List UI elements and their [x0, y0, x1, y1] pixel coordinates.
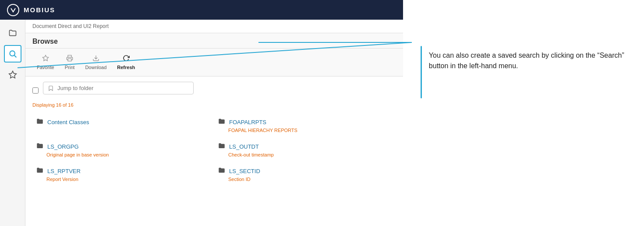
- svg-line-4: [14, 56, 16, 58]
- folder-desc: FOAPAL HIERACHY REPORTS: [228, 128, 393, 133]
- folder-name[interactable]: FOAPALRPTS: [229, 119, 266, 125]
- folder-icon: [218, 166, 226, 176]
- folder-grid: Content Classes FOAPALRPTS FOAPAL HIERAC…: [32, 113, 396, 186]
- folder-icon: [36, 117, 44, 127]
- print-label: Print: [65, 65, 75, 70]
- page-title: Browse: [32, 38, 396, 45]
- star-icon: [8, 70, 17, 79]
- select-all-checkbox[interactable]: [32, 87, 39, 94]
- star-toolbar-icon: [42, 55, 49, 63]
- logo-icon: [7, 4, 19, 16]
- folder-name[interactable]: LS_OUTDT: [229, 143, 259, 150]
- folder-icon: [36, 166, 44, 176]
- refresh-button[interactable]: Refresh: [113, 52, 139, 73]
- download-icon: [92, 55, 99, 63]
- folder-icon: [218, 117, 226, 127]
- refresh-icon: [123, 55, 130, 63]
- jump-to-folder-row: [32, 82, 396, 99]
- folder-icon: [218, 142, 226, 151]
- svg-marker-6: [42, 55, 48, 61]
- breadcrumb: Document Direct and UI2 Report: [25, 20, 403, 33]
- annotation-panel: You can also create a saved search by cl…: [403, 20, 644, 226]
- bookmark-icon: [48, 85, 54, 91]
- list-item: LS_RPTVER Report Version: [32, 162, 214, 186]
- folder-icon: [36, 142, 44, 151]
- app-title: MOBIUS: [24, 6, 55, 14]
- folder-name[interactable]: LS_RPTVER: [47, 168, 81, 174]
- list-item: LS_ORGPG Original page in base version: [32, 137, 214, 162]
- annotation-wrapper: You can also create a saved search by cl…: [416, 28, 631, 98]
- list-item: LS_SECTID Section ID: [214, 162, 396, 186]
- folder-desc: Original page in base version: [46, 152, 211, 157]
- main-layout: Document Direct and UI2 Report Browse Fa…: [0, 20, 644, 226]
- favorite-button[interactable]: Favorite: [32, 52, 59, 73]
- folder-name[interactable]: LS_SECTID: [229, 168, 260, 174]
- app-logo: MOBIUS: [7, 4, 55, 16]
- folder-desc: Report Version: [46, 177, 211, 182]
- refresh-label: Refresh: [117, 65, 135, 70]
- folder-name[interactable]: LS_ORGPG: [47, 143, 79, 150]
- main-content: Document Direct and UI2 Report Browse Fa…: [25, 20, 403, 226]
- folder-desc: Check-out timestamp: [228, 152, 393, 157]
- page-header: Browse: [25, 33, 403, 49]
- toolbar: Favorite Print: [25, 49, 403, 76]
- print-icon: [66, 55, 73, 63]
- search-icon: [8, 49, 17, 58]
- folder-icon: [8, 28, 17, 37]
- list-item: Content Classes: [32, 113, 214, 137]
- sidebar-item-favorites[interactable]: [4, 66, 21, 83]
- blue-bar: [421, 46, 422, 98]
- display-count: Displaying 16 of 16: [32, 102, 396, 108]
- sidebar-item-documents[interactable]: [4, 24, 21, 42]
- print-button[interactable]: Print: [60, 52, 79, 73]
- svg-rect-7: [68, 59, 71, 61]
- sidebar: [0, 20, 25, 226]
- favorite-label: Favorite: [37, 65, 54, 70]
- list-item: LS_OUTDT Check-out timestamp: [214, 137, 396, 162]
- download-label: Download: [85, 65, 106, 70]
- svg-point-3: [10, 51, 15, 56]
- annotation-text: You can also create a saved search by cl…: [429, 50, 631, 71]
- jump-to-folder-input-wrapper[interactable]: [43, 82, 194, 94]
- svg-marker-5: [9, 71, 16, 78]
- content-area: Displaying 16 of 16 Content Classes: [25, 76, 403, 226]
- svg-point-2: [7, 4, 19, 16]
- download-button[interactable]: Download: [81, 52, 111, 73]
- folder-desc: Section ID: [228, 177, 393, 182]
- top-navbar: MOBIUS: [0, 0, 403, 20]
- list-item: FOAPALRPTS FOAPAL HIERACHY REPORTS: [214, 113, 396, 137]
- jump-to-folder-input[interactable]: [57, 85, 189, 91]
- sidebar-item-search[interactable]: [4, 45, 21, 63]
- folder-name[interactable]: Content Classes: [47, 119, 89, 125]
